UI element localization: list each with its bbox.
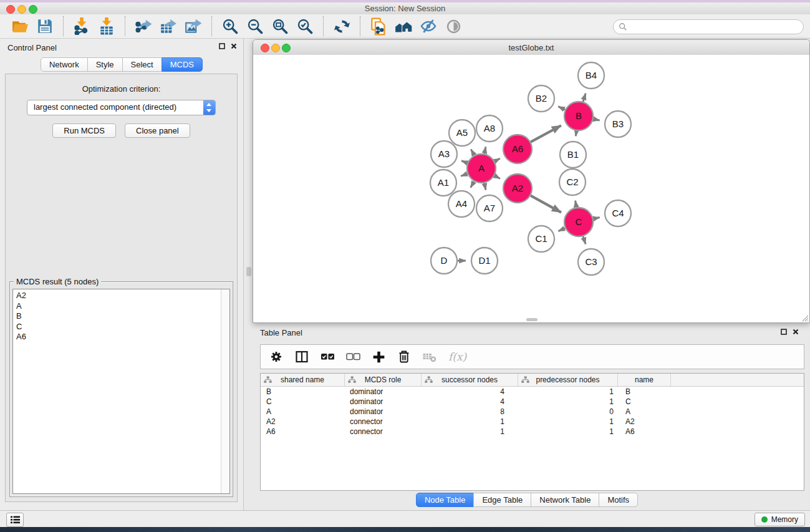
function-builder-icon[interactable]: f(x) bbox=[447, 351, 466, 363]
table-row[interactable]: Cdominator41C bbox=[261, 397, 804, 407]
graph-edge-A-A5[interactable] bbox=[471, 149, 474, 155]
table-settings-gear-icon[interactable] bbox=[268, 349, 284, 365]
zoom-out-icon[interactable] bbox=[245, 16, 265, 36]
list-scrollbar[interactable] bbox=[221, 289, 229, 493]
graph-node-A8[interactable]: A8 bbox=[476, 115, 503, 142]
home-icon[interactable] bbox=[393, 16, 413, 36]
graph-edge-A-A4[interactable] bbox=[471, 181, 475, 188]
export-image-icon[interactable] bbox=[183, 16, 203, 36]
tab-select[interactable]: Select bbox=[122, 57, 162, 72]
graph-node-C3[interactable]: C3 bbox=[578, 249, 604, 275]
graph-node-A6[interactable]: A6 bbox=[503, 135, 532, 163]
column-header-predecessor-nodes[interactable]: predecessor nodes bbox=[518, 374, 618, 386]
zoom-in-icon[interactable] bbox=[220, 16, 240, 36]
memory-button[interactable]: Memory bbox=[755, 513, 805, 526]
hide-panels-icon[interactable] bbox=[418, 16, 438, 36]
export-table-icon[interactable] bbox=[158, 16, 178, 36]
graph-edge-A-A7[interactable] bbox=[485, 183, 486, 190]
column-header-mcds-role[interactable]: MCDS role bbox=[345, 374, 422, 386]
table-row[interactable]: Adominator80A bbox=[261, 407, 804, 417]
mcds-result-item[interactable]: B bbox=[13, 311, 229, 322]
graph-node-A4[interactable]: A4 bbox=[448, 191, 475, 217]
session-titlebar[interactable]: Session: New Session bbox=[0, 2, 810, 15]
graph-node-A1[interactable]: A1 bbox=[430, 170, 456, 196]
open-file-icon[interactable] bbox=[10, 16, 30, 36]
table-row[interactable]: A6connector11A6 bbox=[261, 427, 804, 437]
graph-node-A[interactable]: A bbox=[467, 154, 496, 183]
graph-edge-A-A8[interactable] bbox=[485, 147, 486, 153]
close-panel-button[interactable]: Close panel bbox=[125, 123, 190, 138]
graph-node-C2[interactable]: C2 bbox=[559, 169, 586, 195]
table-row[interactable]: A2connector11A2 bbox=[261, 417, 804, 427]
tab-network[interactable]: Network bbox=[41, 57, 88, 72]
graph-node-A3[interactable]: A3 bbox=[431, 141, 457, 167]
mcds-result-item[interactable]: A2 bbox=[13, 291, 229, 301]
graph-edge-C-C1[interactable] bbox=[558, 228, 565, 231]
mcds-result-list[interactable]: A2ABCA6 bbox=[12, 289, 230, 494]
float-panel-icon[interactable] bbox=[219, 43, 225, 49]
zoom-selected-icon[interactable] bbox=[295, 16, 315, 36]
graph-node-B[interactable]: B bbox=[564, 102, 593, 130]
close-panel-icon[interactable] bbox=[793, 329, 799, 335]
search-input[interactable] bbox=[627, 22, 803, 32]
mcds-result-item[interactable]: A6 bbox=[13, 332, 229, 342]
mcds-result-item[interactable]: A bbox=[13, 301, 229, 312]
graph-node-C[interactable]: C bbox=[564, 208, 593, 236]
select-all-icon[interactable] bbox=[319, 349, 335, 365]
show-graphics-icon[interactable] bbox=[443, 16, 463, 36]
export-network-icon[interactable] bbox=[133, 16, 153, 36]
graph-node-A5[interactable]: A5 bbox=[449, 120, 475, 146]
import-table-icon[interactable] bbox=[97, 16, 117, 36]
close-panel-icon[interactable] bbox=[231, 43, 237, 49]
network-view-window[interactable]: testGlobe.txt B4B2BB3A8A5A6A3B1AC2A1A2A4… bbox=[253, 39, 810, 323]
graph-node-B2[interactable]: B2 bbox=[528, 85, 554, 112]
show-columns-icon[interactable] bbox=[294, 349, 310, 365]
resize-grip-icon[interactable] bbox=[800, 313, 809, 322]
criterion-dropdown[interactable]: largest connected component (directed) bbox=[27, 100, 216, 115]
refresh-icon[interactable] bbox=[332, 16, 352, 36]
graph-node-B1[interactable]: B1 bbox=[560, 142, 586, 168]
zoom-fit-icon[interactable] bbox=[270, 16, 290, 36]
graph-edge-B-B1[interactable] bbox=[576, 131, 576, 137]
network-window-titlebar[interactable]: testGlobe.txt bbox=[253, 40, 809, 56]
graph-node-A2[interactable]: A2 bbox=[503, 174, 532, 203]
graph-edge-B-B4[interactable] bbox=[583, 94, 586, 102]
add-column-plus-icon[interactable] bbox=[370, 349, 387, 365]
table-row[interactable]: Bdominator41B bbox=[261, 387, 804, 397]
tab-mcds[interactable]: MCDS bbox=[162, 57, 203, 72]
tab-style[interactable]: Style bbox=[87, 57, 123, 72]
float-panel-icon[interactable] bbox=[781, 329, 787, 335]
column-header-shared-name[interactable]: shared name bbox=[261, 374, 345, 386]
graph-edge-B-B3[interactable] bbox=[594, 119, 600, 120]
deselect-all-icon[interactable] bbox=[345, 349, 361, 365]
graph-edge-C-C2[interactable] bbox=[576, 201, 577, 208]
tab-network-table[interactable]: Network Table bbox=[531, 493, 599, 507]
network-horizontal-scrollbar-thumb[interactable] bbox=[526, 318, 538, 321]
tab-motifs[interactable]: Motifs bbox=[599, 493, 638, 507]
run-mcds-button[interactable]: Run MCDS bbox=[52, 123, 116, 138]
search-box[interactable] bbox=[613, 19, 804, 34]
import-network-icon[interactable] bbox=[72, 16, 92, 36]
graph-edge-B-B2[interactable] bbox=[558, 107, 565, 110]
tab-edge-table[interactable]: Edge Table bbox=[473, 493, 531, 507]
tab-node-table[interactable]: Node Table bbox=[416, 493, 475, 507]
graph-edge-A-A2[interactable] bbox=[494, 176, 500, 179]
graph-edge-A-A1[interactable] bbox=[461, 173, 467, 176]
graph-edge-A-A3[interactable] bbox=[461, 161, 468, 163]
graph-edge-A-A6[interactable] bbox=[494, 158, 500, 162]
graph-node-C1[interactable]: C1 bbox=[528, 226, 554, 252]
graph-node-D1[interactable]: D1 bbox=[471, 248, 498, 274]
task-history-button[interactable] bbox=[6, 513, 24, 527]
mcds-result-item[interactable]: C bbox=[13, 322, 229, 332]
graph-node-B4[interactable]: B4 bbox=[578, 62, 604, 89]
network-canvas[interactable]: B4B2BB3A8A5A6A3B1AC2A1A2A4A7C4CC1DD1C3 bbox=[253, 55, 809, 322]
save-session-icon[interactable] bbox=[35, 16, 55, 36]
clone-network-icon[interactable] bbox=[369, 16, 388, 36]
graph-node-A7[interactable]: A7 bbox=[476, 195, 503, 221]
graph-node-D[interactable]: D bbox=[431, 248, 457, 274]
graph-node-C4[interactable]: C4 bbox=[605, 200, 631, 226]
column-header-name[interactable]: name bbox=[618, 374, 671, 386]
delete-table-icon[interactable] bbox=[422, 349, 438, 365]
network-vertical-scrollbar-thumb[interactable] bbox=[246, 267, 251, 276]
delete-column-trash-icon[interactable] bbox=[396, 349, 412, 365]
